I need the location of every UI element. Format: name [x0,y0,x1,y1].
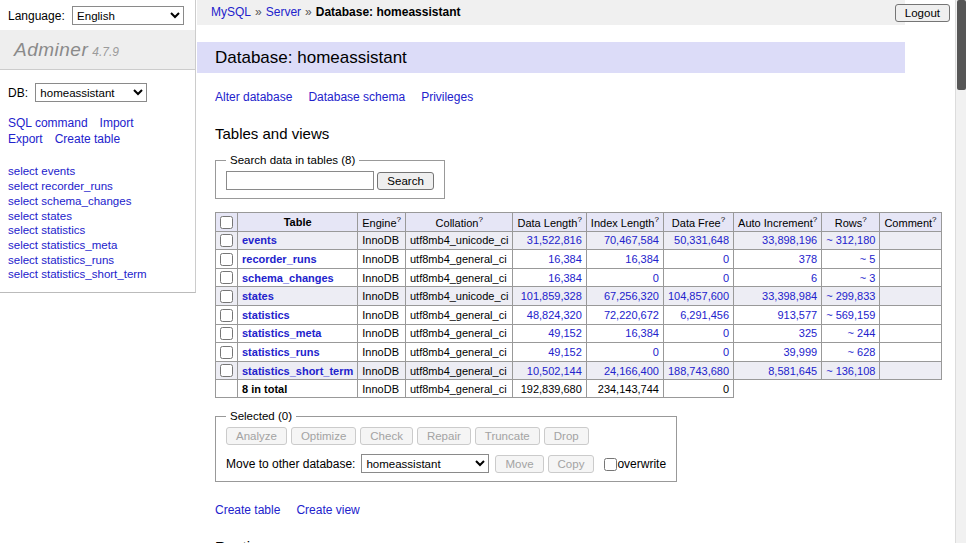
index-length-link[interactable]: 0 [653,272,659,284]
table-name-link[interactable]: states [41,210,72,222]
help-link[interactable]: ? [478,215,482,224]
row-checkbox[interactable] [220,327,233,340]
help-link[interactable]: ? [397,215,401,224]
auto-increment-link[interactable]: 39,999 [784,346,818,358]
row-checkbox[interactable] [220,234,233,247]
help-link[interactable]: ? [577,215,581,224]
select-table-link[interactable]: select [8,224,38,236]
help-link[interactable]: ? [654,215,658,224]
select-table-link[interactable]: select [8,180,38,192]
select-table-link[interactable]: select [8,165,38,177]
table-structure-link[interactable]: statistics_meta [242,327,322,339]
rows-link[interactable]: ~ 244 [848,327,876,339]
search-input[interactable] [226,171,374,190]
scrollbar-thumb[interactable] [957,0,966,90]
select-table-link[interactable]: select [8,254,38,266]
table-structure-link[interactable]: recorder_runs [242,253,317,265]
table-structure-link[interactable]: schema_changes [242,272,334,284]
rows-link[interactable]: ~ 136,108 [826,365,875,377]
index-length-link[interactable]: 16,384 [625,327,659,339]
index-length-link[interactable]: 72,220,672 [604,309,659,321]
select-all-checkbox[interactable] [220,216,233,229]
rows-link[interactable]: ~ 628 [848,346,876,358]
overwrite-checkbox[interactable] [604,458,617,471]
table-structure-link[interactable]: statistics_short_term [242,365,353,377]
auto-increment-link[interactable]: 8,581,645 [768,365,817,377]
db-select[interactable]: homeassistant [35,83,147,102]
auto-increment-link[interactable]: 913,577 [777,309,817,321]
data-free-link[interactable]: 0 [723,327,729,339]
index-length-link[interactable]: 0 [653,346,659,358]
select-table-link[interactable]: select [8,210,38,222]
search-button[interactable]: Search [377,172,433,190]
index-length-link[interactable]: 67,256,320 [604,290,659,302]
index-length-link[interactable]: 16,384 [625,253,659,265]
select-table-link[interactable]: select [8,239,38,251]
help-link[interactable]: ? [721,215,725,224]
rows-link[interactable]: ~ 5 [860,253,876,265]
data-length-link[interactable]: 49,152 [548,346,582,358]
row-checkbox[interactable] [220,253,233,266]
table-name-link[interactable]: recorder_runs [41,180,113,192]
data-free-link[interactable]: 0 [723,346,729,358]
table-name-link[interactable]: schema_changes [41,195,131,207]
auto-increment-link[interactable]: 33,398,984 [762,290,817,302]
table-structure-link[interactable]: statistics [242,309,290,321]
auto-increment-link[interactable]: 6 [811,272,817,284]
table-name-link[interactable]: statistics [41,224,85,236]
database-schema-link[interactable]: Database schema [308,90,405,104]
table-name-link[interactable]: statistics_short_term [41,268,146,280]
help-link[interactable]: ? [813,215,817,224]
table-structure-link[interactable]: events [242,234,277,246]
rows-link[interactable]: ~ 3 [860,272,876,284]
auto-increment-link[interactable]: 33,898,196 [762,234,817,246]
row-checkbox[interactable] [220,346,233,359]
data-free-link[interactable]: 6,291,456 [680,309,729,321]
data-free-link[interactable]: 50,331,648 [674,234,729,246]
move-database-select[interactable]: homeassistant [361,454,489,473]
auto-increment-link[interactable]: 325 [799,327,817,339]
create-view-link[interactable]: Create view [296,503,359,517]
breadcrumb-mysql-link[interactable]: MySQL [211,5,251,19]
scrollbar[interactable] [955,0,966,543]
create-table-link[interactable]: Create table [215,503,280,517]
rows-link[interactable]: ~ 299,833 [826,290,875,302]
privileges-link[interactable]: Privileges [421,90,473,104]
data-free-link[interactable]: 104,857,600 [668,290,729,302]
data-length-link[interactable]: 101,859,328 [521,290,582,302]
index-length-link[interactable]: 24,166,400 [604,365,659,377]
language-select[interactable]: English [72,6,184,25]
data-free-link[interactable]: 0 [723,253,729,265]
data-free-link[interactable]: 188,743,680 [668,365,729,377]
data-length-link[interactable]: 16,384 [548,272,582,284]
help-link[interactable]: ? [862,215,866,224]
data-length-link[interactable]: 10,502,144 [527,365,582,377]
auto-increment-link[interactable]: 378 [799,253,817,265]
table-name-link[interactable]: events [41,165,75,177]
table-structure-link[interactable]: states [242,290,274,302]
rows-link[interactable]: ~ 569,159 [826,309,875,321]
data-free-link[interactable]: 0 [723,272,729,284]
rows-link[interactable]: ~ 312,180 [826,234,875,246]
adminer-logo-link[interactable]: Adminer [14,39,88,60]
data-length-link[interactable]: 16,384 [548,253,582,265]
select-table-link[interactable]: select [8,268,38,280]
export-link[interactable]: Export [8,132,43,146]
data-length-link[interactable]: 31,522,816 [527,234,582,246]
data-length-link[interactable]: 48,824,320 [527,309,582,321]
table-name-link[interactable]: statistics_runs [41,254,114,266]
sql-command-link[interactable]: SQL command [8,116,88,130]
help-link[interactable]: ? [932,215,936,224]
row-checkbox[interactable] [220,290,233,303]
logout-button[interactable]: Logout [895,4,950,22]
select-table-link[interactable]: select [8,195,38,207]
breadcrumb-server-link[interactable]: Server [266,5,301,19]
data-length-link[interactable]: 49,152 [548,327,582,339]
row-checkbox[interactable] [220,271,233,284]
row-checkbox[interactable] [220,364,233,377]
import-link[interactable]: Import [100,116,134,130]
alter-database-link[interactable]: Alter database [215,90,292,104]
index-length-link[interactable]: 70,467,584 [604,234,659,246]
table-structure-link[interactable]: statistics_runs [242,346,320,358]
create-table-link-sidebar[interactable]: Create table [55,132,120,146]
